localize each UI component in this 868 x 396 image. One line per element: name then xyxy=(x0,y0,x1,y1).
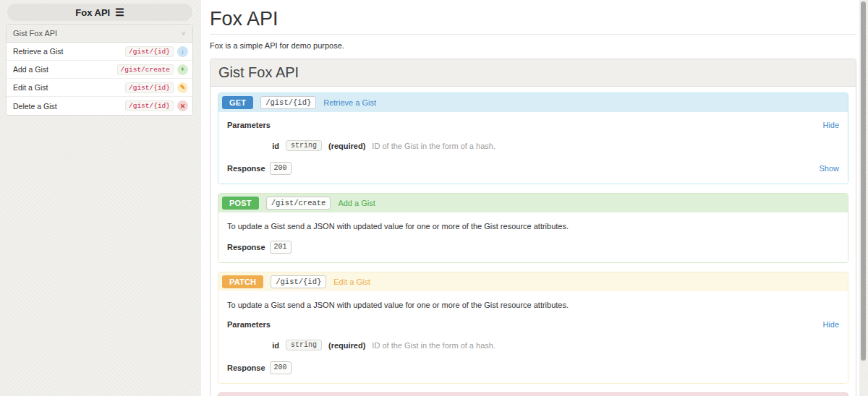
response-code-badge: 200 xyxy=(270,361,292,374)
sidebar-item-path: /gist/{id} xyxy=(125,82,174,93)
endpoint-body: Parameters Hide id string (required) ID … xyxy=(218,112,848,184)
sidebar-item-add-gist[interactable]: Add a Gist /gist/create + xyxy=(7,61,192,79)
sidebar-item-path: /gist/create xyxy=(117,64,174,75)
sidebar-item-label: Add a Gist xyxy=(13,65,117,74)
page-description: Fox is a simple API for demo purpose. xyxy=(210,41,856,50)
response-label: Response xyxy=(227,242,265,252)
endpoint-path: /gist/create xyxy=(266,197,331,210)
endpoint-get-gist: GET /gist/{id} Retrieve a Gist Parameter… xyxy=(218,92,848,184)
param-type-badge: string xyxy=(286,140,322,151)
sidebar: Fox API ☰ Gist Fox API ∨ Retrieve a Gist… xyxy=(0,0,201,396)
endpoint-description: To update a Gist send a JSON with update… xyxy=(227,221,839,231)
param-required: (required) xyxy=(328,142,365,150)
endpoint-header[interactable]: PATCH /gist/{id} Edit a Gist xyxy=(218,272,848,291)
pencil-icon: ✎ xyxy=(177,82,188,93)
sidebar-item-label: Delete a Gist xyxy=(13,102,125,111)
cross-icon: ✕ xyxy=(177,100,188,111)
endpoint-header[interactable]: GET /gist/{id} Retrieve a Gist xyxy=(218,93,848,112)
sidebar-item-path: /gist/{id} xyxy=(125,100,174,111)
endpoint-delete-gist: DELETE /gist/{id} Delete a Gist Paramete… xyxy=(218,392,848,396)
parameters-label: Parameters xyxy=(227,120,271,130)
sidebar-item-edit-gist[interactable]: Edit a Gist /gist/{id} ✎ xyxy=(7,79,192,97)
param-description: ID of the Gist in the form of a hash. xyxy=(372,142,495,150)
response-label: Response xyxy=(227,363,265,373)
endpoint-body: To update a Gist send a JSON with update… xyxy=(218,212,848,262)
vertical-scrollbar[interactable] xyxy=(861,1,866,361)
response-code-badge: 200 xyxy=(270,162,292,175)
param-description: ID of the Gist in the form of a hash. xyxy=(372,341,495,350)
endpoint-path: /gist/{id} xyxy=(260,96,316,109)
sidebar-item-label: Retrieve a Gist xyxy=(13,47,125,56)
method-badge-get[interactable]: GET xyxy=(222,96,253,109)
response-code-badge: 201 xyxy=(270,241,292,254)
param-required: (required) xyxy=(328,341,365,350)
endpoint-header[interactable]: POST /gist/create Add a Gist xyxy=(218,194,848,212)
endpoint-name-link[interactable]: Retrieve a Gist xyxy=(323,98,376,107)
title-divider xyxy=(210,34,856,35)
main-content: Fox API Fox is a simple API for demo pur… xyxy=(201,0,859,396)
endpoint-name-link[interactable]: Edit a Gist xyxy=(333,277,370,286)
method-badge-patch[interactable]: PATCH xyxy=(222,275,263,288)
sidebar-item-label: Edit a Gist xyxy=(13,83,125,92)
sidebar-nav-panel: Gist Fox API ∨ Retrieve a Gist /gist/{id… xyxy=(6,24,193,116)
param-name: id xyxy=(227,341,279,350)
param-name: id xyxy=(227,142,279,150)
sidebar-header: Fox API ☰ xyxy=(7,4,192,21)
sidebar-item-delete-gist[interactable]: Delete a Gist /gist/{id} ✕ xyxy=(7,97,192,115)
endpoint-path: /gist/{id} xyxy=(271,275,326,288)
download-icon: ↓ xyxy=(177,46,188,57)
sidebar-item-path: /gist/{id} xyxy=(125,46,174,57)
parameters-label: Parameters xyxy=(227,319,271,330)
sidebar-item-retrieve-gist[interactable]: Retrieve a Gist /gist/{id} ↓ xyxy=(7,43,192,61)
sidebar-title: Fox API xyxy=(75,7,110,18)
endpoint-name-link[interactable]: Add a Gist xyxy=(338,199,375,207)
show-response-link[interactable]: Show xyxy=(819,163,839,173)
sidebar-group-header[interactable]: Gist Fox API ∨ xyxy=(7,25,192,43)
param-type-badge: string xyxy=(286,340,322,350)
endpoint-body: To update a Gist send a JSON with update… xyxy=(218,291,848,383)
method-badge-post[interactable]: POST xyxy=(222,197,259,210)
parameter-row: id string (required) ID of the Gist in t… xyxy=(227,140,839,151)
menu-icon[interactable]: ☰ xyxy=(115,7,124,17)
parameter-row: id string (required) ID of the Gist in t… xyxy=(227,340,839,350)
api-group-title: Gist Fox API xyxy=(210,59,856,87)
api-group-body: GET /gist/{id} Retrieve a Gist Parameter… xyxy=(210,87,856,396)
endpoint-header[interactable]: DELETE /gist/{id} Delete a Gist xyxy=(218,393,848,396)
endpoint-description: To update a Gist send a JSON with update… xyxy=(227,300,839,310)
chevron-down-icon: ∨ xyxy=(181,30,186,37)
plus-icon: + xyxy=(177,64,188,75)
endpoint-post-gist-create: POST /gist/create Add a Gist To update a… xyxy=(218,193,848,263)
sidebar-group-label: Gist Fox API xyxy=(13,29,57,38)
page-title: Fox API xyxy=(210,7,856,31)
hide-parameters-link[interactable]: Hide xyxy=(822,319,839,330)
hide-parameters-link[interactable]: Hide xyxy=(822,120,839,130)
endpoint-patch-gist: PATCH /gist/{id} Edit a Gist To update a… xyxy=(218,272,848,384)
response-label: Response xyxy=(227,163,265,173)
api-group-panel: Gist Fox API GET /gist/{id} Retrieve a G… xyxy=(210,59,856,396)
